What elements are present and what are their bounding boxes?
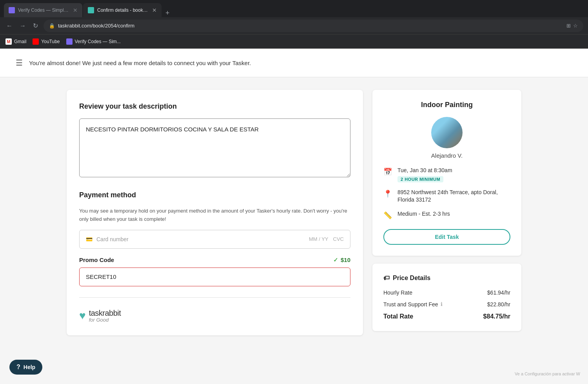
trust-fee-label: Trust and Support Fee ℹ: [383, 301, 443, 308]
windows-watermark: Ve a Configuración para activar W: [515, 371, 580, 376]
promo-label: Promo Code: [79, 257, 114, 263]
review-section: Review your task description NECESITO PI…: [79, 102, 350, 178]
tab-confirm[interactable]: Confirm details - book a task o... ✕: [83, 3, 162, 17]
new-tab-button[interactable]: +: [162, 9, 173, 17]
task-datetime-content: Tue, Jan 30 at 8:30am 2 HOUR MINIMUM: [397, 167, 510, 182]
back-button[interactable]: ←: [5, 21, 14, 31]
trust-fee-row: Trust and Support Fee ℹ $22.80/hr: [383, 301, 510, 308]
page-content: ☰ You're almost done! We just need a few…: [0, 49, 588, 384]
translate-icon[interactable]: ⊞: [566, 23, 571, 29]
price-details-title: 🏷 Price Details: [383, 275, 510, 282]
bookmark-gmail-label: Gmail: [14, 39, 26, 44]
bookmark-icon[interactable]: ☆: [573, 23, 578, 29]
task-description-textarea[interactable]: NECESITO PINTAR DORMITORIOS COCINA Y SAL…: [79, 118, 350, 177]
tasker-name: Alejandro V.: [383, 152, 510, 159]
taskrabbit-favicon: [88, 7, 94, 13]
help-button[interactable]: ? Help: [9, 360, 42, 375]
trust-fee-value: $22.80/hr: [487, 301, 510, 308]
task-size-content: Medium - Est. 2-3 hrs: [397, 210, 510, 218]
ruler-icon: 📏: [383, 211, 392, 220]
location-icon: 📍: [383, 189, 392, 198]
tab-confirm-label: Confirm details - book a task o...: [97, 7, 149, 13]
bookmarks-bar: M Gmail YouTube Verify Codes — Sim...: [0, 35, 588, 49]
top-banner: ☰ You're almost done! We just need a few…: [0, 49, 588, 77]
lock-icon: 🔒: [49, 23, 55, 29]
tab-verify-close[interactable]: ✕: [73, 7, 78, 13]
review-section-title: Review your task description: [79, 102, 350, 111]
card-input-field[interactable]: 💳 Card number MM / YY CVC: [79, 230, 350, 249]
address-bar[interactable]: 🔒 taskrabbit.com/book/2054/confirm ⊞ ☆: [44, 20, 583, 32]
bookmark-gmail[interactable]: M Gmail: [5, 38, 26, 45]
task-size-text: Medium - Est. 2-3 hrs: [397, 210, 510, 218]
windows-watermark-text: Ve a Configuración para activar W: [515, 371, 580, 376]
hourly-rate-value: $61.94/hr: [487, 289, 510, 296]
promo-checkmark-icon: ✓: [333, 257, 338, 264]
help-label: Help: [24, 364, 35, 370]
summary-card: Indoor Painting Alejandro V. 📅 Tue, Jan …: [372, 90, 521, 256]
task-size-row: 📏 Medium - Est. 2-3 hrs: [383, 210, 510, 220]
help-icon: ?: [16, 364, 20, 371]
tab-verify-codes[interactable]: Verify Codes — SimplyCodes ✕: [4, 3, 82, 17]
bookmark-verify[interactable]: Verify Codes — Sim...: [66, 38, 121, 45]
youtube-favicon-icon: [33, 38, 39, 45]
banner-text: You're almost done! We just need a few m…: [29, 60, 251, 66]
calendar-icon: 📅: [383, 167, 392, 176]
verifycodes-favicon-icon: [66, 38, 73, 45]
browser-chrome: Verify Codes — SimplyCodes ✕ Confirm det…: [0, 0, 588, 49]
total-rate-row: Total Rate $84.75/hr: [383, 313, 510, 320]
total-value: $84.75/hr: [483, 313, 510, 320]
total-label: Total Rate: [383, 313, 413, 320]
promo-section: Promo Code ✓ $10: [79, 257, 350, 286]
divider: [79, 297, 350, 298]
verify-favicon: [9, 7, 15, 13]
bookmark-verify-label: Verify Codes — Sim...: [75, 39, 121, 44]
task-address-row: 📍 8952 Northwest 24th Terrace, apto Dora…: [383, 189, 510, 204]
promo-discount-amount: $10: [341, 257, 350, 263]
bookmark-youtube[interactable]: YouTube: [33, 38, 60, 45]
summary-title: Indoor Painting: [383, 101, 510, 109]
address-bar-row: ← → ↻ 🔒 taskrabbit.com/book/2054/confirm…: [0, 17, 588, 35]
payment-section: Payment method You may see a temporary h…: [79, 191, 350, 323]
gmail-favicon-icon: M: [5, 38, 12, 45]
tab-verify-label: Verify Codes — SimplyCodes: [18, 7, 70, 13]
edit-task-button[interactable]: Edit Task: [383, 229, 510, 245]
taskrabbit-logo: ♥ taskrabbit for Good: [79, 309, 350, 323]
forward-button[interactable]: →: [18, 21, 27, 31]
checklist-icon: ☰: [16, 58, 23, 67]
task-datetime-text: Tue, Jan 30 at 8:30am: [397, 167, 510, 175]
left-panel: Review your task description NECESITO PI…: [67, 90, 363, 335]
payment-section-title: Payment method: [79, 191, 350, 199]
card-placeholder: Card number: [96, 236, 129, 242]
tr-heart-icon: ♥: [79, 309, 86, 322]
tr-logo-name: taskrabbit: [89, 309, 121, 318]
credit-card-icon: 💳: [86, 236, 93, 242]
price-title-text: Price Details: [393, 275, 430, 282]
refresh-button[interactable]: ↻: [31, 20, 40, 31]
tasker-avatar: [431, 117, 463, 148]
expiry-label: MM / YY: [309, 236, 328, 242]
tag-icon: 🏷: [383, 275, 390, 282]
price-card: 🏷 Price Details Hourly Rate $61.94/hr Tr…: [372, 264, 521, 331]
task-address-text: 8952 Northwest 24th Terrace, apto Doral,…: [397, 189, 510, 204]
url-text: taskrabbit.com/book/2054/confirm: [58, 23, 563, 29]
payment-description: You may see a temporary hold on your pay…: [79, 207, 350, 224]
tab-confirm-close[interactable]: ✕: [152, 7, 157, 13]
info-icon[interactable]: ℹ: [441, 301, 443, 307]
bookmark-youtube-label: YouTube: [41, 39, 60, 44]
hour-minimum-badge: 2 HOUR MINIMUM: [397, 176, 443, 182]
hourly-rate-row: Hourly Rate $61.94/hr: [383, 289, 510, 296]
promo-header: Promo Code ✓ $10: [79, 257, 350, 264]
address-actions: ⊞ ☆: [566, 23, 578, 29]
task-datetime-row: 📅 Tue, Jan 30 at 8:30am 2 HOUR MINIMUM: [383, 167, 510, 182]
right-panel: Indoor Painting Alejandro V. 📅 Tue, Jan …: [372, 90, 521, 335]
main-content: Review your task description NECESITO PI…: [20, 77, 568, 348]
tr-logo-tagline: for Good: [89, 317, 121, 323]
hourly-rate-label: Hourly Rate: [383, 289, 412, 296]
task-address-content: 8952 Northwest 24th Terrace, apto Doral,…: [397, 189, 510, 204]
promo-discount: ✓ $10: [333, 257, 350, 264]
cvc-label: CVC: [333, 236, 344, 242]
promo-code-input[interactable]: [79, 268, 350, 286]
